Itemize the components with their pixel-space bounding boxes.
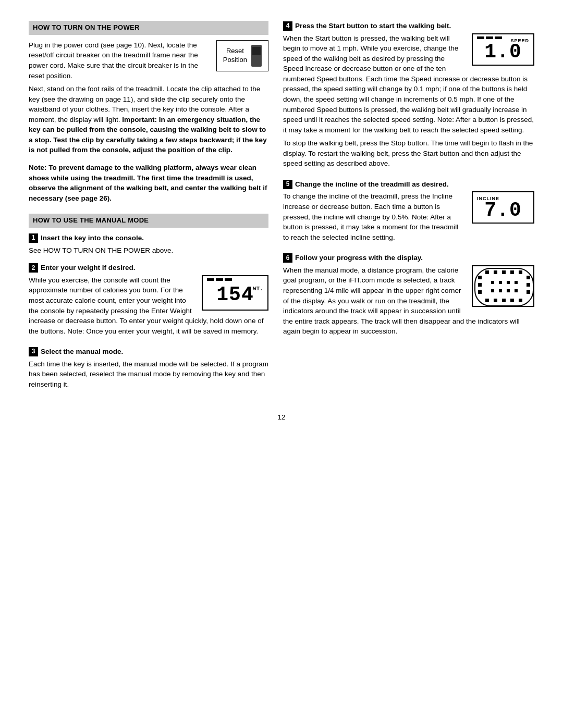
step5-block: 5 Change the incline of the treadmill as… xyxy=(283,179,534,245)
step5-content: INCLINE 7.0 To change the incline of the… xyxy=(283,191,534,245)
step2-label: 2 Enter your weight if desired. xyxy=(29,263,268,273)
power-note: Note: To prevent damage to the walking p… xyxy=(29,163,268,203)
step2-content: 154WT. While you exercise, the console w… xyxy=(29,275,268,339)
seg-bar-2 xyxy=(216,278,223,281)
svg-rect-9 xyxy=(527,276,530,279)
power-section-header: HOW TO TURN ON THE POWER xyxy=(29,21,268,35)
step4-label: 4 Press the Start button to start the wa… xyxy=(283,21,534,31)
speed-seg-bar-3 xyxy=(495,36,502,39)
manual-section: HOW TO USE THE MANUAL MODE 1 Insert the … xyxy=(29,214,268,389)
svg-rect-17 xyxy=(491,281,494,284)
svg-rect-6 xyxy=(502,270,506,274)
svg-rect-19 xyxy=(507,281,510,284)
svg-rect-1 xyxy=(478,276,482,279)
speed-seg-bars xyxy=(477,36,502,39)
track-svg xyxy=(473,266,534,307)
step2-block: 2 Enter your weight if desired. xyxy=(29,263,268,339)
reset-position-figure: ResetPosition xyxy=(216,40,268,71)
incline-label: INCLINE xyxy=(477,195,499,202)
svg-rect-5 xyxy=(494,270,497,274)
track-figure xyxy=(472,265,534,307)
svg-rect-22 xyxy=(499,289,502,292)
svg-rect-18 xyxy=(499,281,502,284)
step3-number: 3 xyxy=(29,347,38,356)
reset-position-label: ResetPosition xyxy=(223,47,247,65)
seg-bar-3 xyxy=(225,278,232,281)
step1-block: 1 Insert the key into the console. See H… xyxy=(29,233,268,255)
step4-body2: To stop the walking belt, press the Stop… xyxy=(283,138,534,169)
svg-rect-3 xyxy=(478,290,482,294)
step5-label: 5 Change the incline of the treadmill as… xyxy=(283,179,534,190)
step3-content: Each time the key is inserted, the manua… xyxy=(29,359,268,390)
svg-rect-21 xyxy=(491,289,494,292)
svg-rect-13 xyxy=(510,299,514,302)
reset-switch-icon xyxy=(251,45,262,67)
speed-figure: 1.0 SPEED xyxy=(472,33,534,66)
step3-label: 3 Select the manual mode. xyxy=(29,347,268,357)
power-section: HOW TO TURN ON THE POWER ResetPosition P… xyxy=(29,21,268,203)
power-body2: Next, stand on the foot rails of the tre… xyxy=(29,84,268,155)
right-column: 4 Press the Start button to start the wa… xyxy=(283,21,534,397)
svg-rect-16 xyxy=(485,299,489,302)
svg-rect-20 xyxy=(515,281,518,284)
speed-label: SPEED xyxy=(510,38,529,44)
step2-number: 2 xyxy=(29,263,38,273)
manual-section-header: HOW TO USE THE MANUAL MODE xyxy=(29,214,268,228)
power-content: ResetPosition Plug in the power cord (se… xyxy=(29,40,268,84)
svg-rect-11 xyxy=(527,290,530,294)
left-column: HOW TO TURN ON THE POWER ResetPosition P… xyxy=(29,21,268,397)
weight-display: 154WT. xyxy=(202,275,268,311)
speed-display: 1.0 SPEED xyxy=(472,33,534,66)
step4-number: 4 xyxy=(283,21,292,31)
step1-label: 1 Insert the key into the console. xyxy=(29,233,268,243)
step6-number: 6 xyxy=(283,253,292,263)
page: HOW TO TURN ON THE POWER ResetPosition P… xyxy=(0,0,563,728)
svg-rect-12 xyxy=(519,299,522,302)
seg-bar-1 xyxy=(207,278,214,281)
step1-content: See HOW TO TURN ON THE POWER above. xyxy=(29,245,268,256)
step1-number: 1 xyxy=(29,233,38,243)
svg-rect-23 xyxy=(507,289,510,292)
speed-seg-bar-2 xyxy=(486,36,493,39)
power-note-text: Note: To prevent damage to the walking p… xyxy=(29,164,267,202)
incline-figure: INCLINE 7.0 xyxy=(472,191,534,224)
step5-number: 5 xyxy=(283,180,292,189)
svg-rect-24 xyxy=(515,289,518,292)
step6-content: When the manual mode, a distance program… xyxy=(283,265,534,340)
wt-label: WT. xyxy=(253,286,263,293)
svg-rect-15 xyxy=(494,299,497,302)
weight-digits: 154WT. xyxy=(216,280,253,309)
weight-figure: 154WT. xyxy=(202,275,268,311)
svg-rect-7 xyxy=(510,270,514,274)
svg-rect-10 xyxy=(527,283,530,287)
track-display xyxy=(472,265,534,307)
seg-bars xyxy=(207,278,232,281)
svg-rect-4 xyxy=(485,270,489,274)
step6-block: 6 Follow your progress with the display. xyxy=(283,253,534,340)
step3-block: 3 Select the manual mode. Each time the … xyxy=(29,347,268,389)
svg-rect-2 xyxy=(478,283,482,287)
step4-content: 1.0 SPEED When the Start button is press… xyxy=(283,33,534,172)
svg-rect-14 xyxy=(502,299,506,302)
page-number: 12 xyxy=(29,412,534,423)
step4-block: 4 Press the Start button to start the wa… xyxy=(283,21,534,172)
step6-label: 6 Follow your progress with the display. xyxy=(283,253,534,263)
incline-display: INCLINE 7.0 xyxy=(472,191,534,224)
speed-seg-bar-1 xyxy=(477,36,484,39)
power-body2-block: Next, stand on the foot rails of the tre… xyxy=(29,84,268,155)
svg-rect-8 xyxy=(519,270,522,274)
